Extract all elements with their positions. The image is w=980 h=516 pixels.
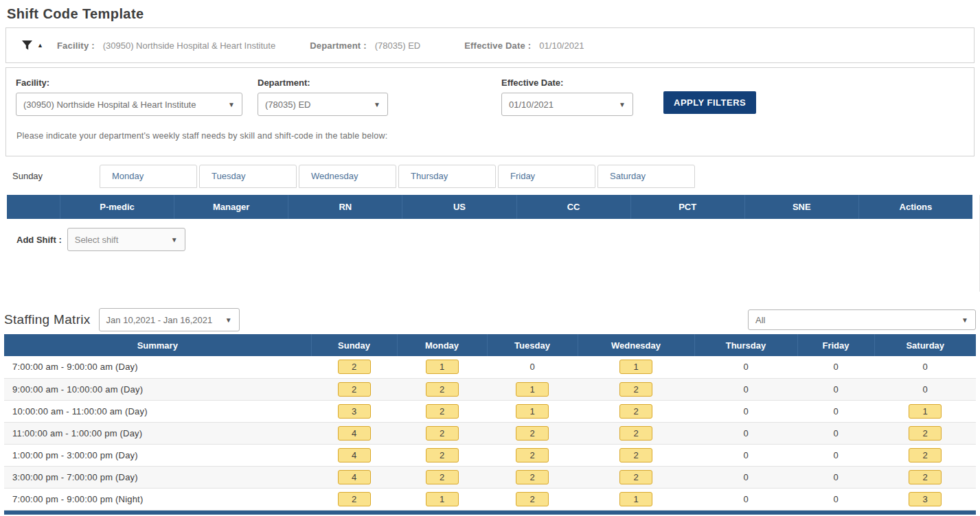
department-select[interactable]: (78035) ED ▼ [258,93,388,116]
matrix-col-summary: Summary [4,334,311,356]
staff-count: 0 [833,494,838,504]
staff-count[interactable]: 2 [619,470,652,484]
staffing-matrix-header: Staffing Matrix Jan 10,2021 - Jan 16,202… [4,308,976,331]
summary-facility-label: Facility : [57,40,95,51]
staff-count[interactable]: 1 [619,492,652,506]
staff-count[interactable]: 2 [909,426,942,441]
staff-count[interactable]: 2 [909,448,942,462]
staff-count[interactable]: 2 [338,360,371,374]
filter-summary-bar: ▲ Facility : (30950) Northside Hospital … [5,27,975,63]
staff-count[interactable]: 3 [909,492,942,506]
skill-filter-select-value: All [755,315,765,325]
staffing-matrix-title: Staffing Matrix [4,312,91,327]
staff-count: 0 [833,362,838,372]
shift-code-panel: P-medic Manager RN US CC PCT SNE Actions… [0,195,980,292]
matrix-col-tuesday: Tuesday [487,334,578,356]
filter-panel: Facility: (30950) Northside Hospital & H… [5,67,975,156]
col-pct: PCT [631,195,745,219]
skill-filter-select[interactable]: All ▼ [748,309,976,330]
add-shift-select[interactable]: Select shift ▼ [67,228,185,251]
matrix-row: 3:00:00 pm - 7:00:00 pm (Day) 4 2 2 2 0 … [4,466,976,488]
tab-tuesday[interactable]: Tuesday [199,165,297,188]
col-rn: RN [288,195,402,219]
day-tabs: Sunday Monday Tuesday Wednesday Thursday… [0,165,980,188]
matrix-col-wednesday: Wednesday [578,334,694,356]
matrix-row: 1:00:00 pm - 3:00:00 pm (Day) 4 2 2 2 0 … [4,444,976,466]
staff-count[interactable]: 2 [426,448,459,462]
staff-count[interactable]: 2 [338,382,371,397]
staff-count[interactable]: 2 [338,492,371,506]
staff-count[interactable]: 4 [338,448,371,462]
staff-count[interactable]: 2 [516,448,549,462]
staff-count[interactable]: 1 [516,382,549,397]
col-cc: CC [517,195,631,219]
staff-count[interactable]: 1 [516,404,549,419]
matrix-row: 9:00:00 am - 10:00:00 am (Day) 2 2 1 2 0… [4,378,976,400]
summary-effective-date: Effective Date : 01/10/2021 [464,40,584,51]
staff-count[interactable]: 4 [338,426,371,441]
staff-count[interactable]: 2 [619,382,652,397]
staff-count[interactable]: 1 [426,360,459,374]
tab-monday[interactable]: Monday [100,165,197,188]
staff-count[interactable]: 1 [619,360,652,374]
staff-count[interactable]: 2 [516,426,549,441]
summary-effective-date-label: Effective Date : [464,40,531,51]
staff-count[interactable]: 3 [338,404,371,419]
summary-effective-date-value: 01/10/2021 [539,40,584,51]
staff-count: 0 [743,472,748,482]
apply-filters-button[interactable]: APPLY FILTERS [663,91,756,114]
staff-count[interactable]: 1 [426,492,459,506]
matrix-row: 10:00:00 am - 11:00:00 am (Day) 3 2 1 2 … [4,400,976,422]
staff-count[interactable]: 2 [426,426,459,441]
staff-count: 0 [833,450,838,460]
facility-select[interactable]: (30950) Northside Hospital & Heart Insti… [16,93,242,116]
summary-facility-value: (30950) Northside Hospital & Heart Insti… [103,40,275,51]
tab-sunday[interactable]: Sunday [0,165,98,188]
facility-select-value: (30950) Northside Hospital & Heart Insti… [23,99,196,110]
staff-count: 0 [743,428,748,438]
chevron-down-icon: ▼ [225,316,232,324]
col-us: US [402,195,516,219]
staff-count: 0 [743,494,748,504]
col-blank [7,195,60,219]
staff-count[interactable]: 2 [426,382,459,397]
staff-count[interactable]: 2 [426,470,459,484]
chevron-down-icon: ▼ [961,316,968,324]
matrix-col-thursday: Thursday [694,334,797,356]
staff-count: 0 [833,472,838,482]
staff-count[interactable]: 2 [619,426,652,441]
staff-count[interactable]: 2 [619,404,652,419]
summary-department-value: (78035) ED [375,40,420,51]
tab-wednesday[interactable]: Wednesday [299,165,396,188]
tab-friday[interactable]: Friday [498,165,595,188]
chevron-up-icon[interactable]: ▲ [37,42,43,49]
staff-count[interactable]: 1 [909,404,942,419]
effective-date-field: Effective Date: 01/10/2021 ▼ [501,78,633,116]
matrix-col-saturday: Saturday [874,334,976,356]
shift-time-summary: 11:00:00 am - 1:00:00 pm (Day) [4,422,311,444]
department-field: Department: (78035) ED ▼ [258,78,388,116]
staff-count[interactable]: 2 [619,448,652,462]
summary-department-label: Department : [310,40,367,51]
chevron-down-icon: ▼ [619,101,626,108]
matrix-row: 7:00:00 pm - 9:00:00 pm (Night) 2 1 2 1 … [4,488,976,510]
week-range-select[interactable]: Jan 10,2021 - Jan 16,2021 ▼ [99,308,240,331]
shift-time-summary: 7:00:00 pm - 9:00:00 pm (Night) [4,488,311,510]
staff-count[interactable]: 2 [516,470,549,484]
matrix-col-monday: Monday [397,334,487,356]
tab-saturday[interactable]: Saturday [597,165,695,188]
staff-count[interactable]: 2 [426,404,459,419]
staff-count[interactable]: 2 [909,470,942,484]
matrix-row: 7:00:00 am - 9:00:00 am (Day) 2 1 0 1 0 … [4,356,976,378]
staff-count[interactable]: 4 [338,470,371,484]
effective-date-select-value: 01/10/2021 [509,99,554,110]
staff-count: 0 [922,362,927,372]
shift-time-summary: 1:00:00 pm - 3:00:00 pm (Day) [4,444,311,466]
effective-date-select[interactable]: 01/10/2021 ▼ [501,93,633,116]
staff-count[interactable]: 2 [516,492,549,506]
matrix-col-sunday: Sunday [311,334,397,356]
shift-time-summary: 9:00:00 am - 10:00:00 am (Day) [4,378,311,400]
shift-time-summary: 3:00:00 pm - 7:00:00 pm (Day) [4,466,311,488]
filter-collapse-toggle[interactable]: ▲ [21,40,43,51]
tab-thursday[interactable]: Thursday [398,165,496,188]
